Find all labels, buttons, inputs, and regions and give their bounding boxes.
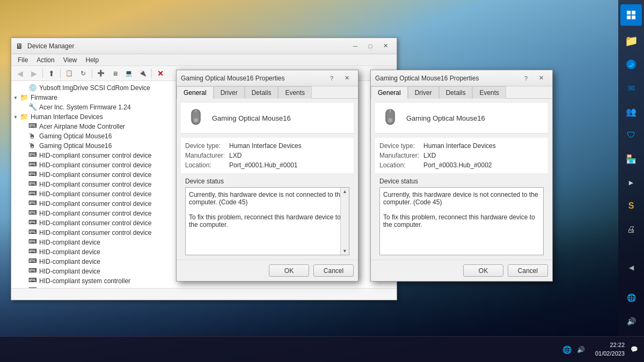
svg-point-0: [626, 60, 636, 69]
dialog-back-cancel[interactable]: Cancel: [508, 264, 548, 277]
menu-file[interactable]: File: [13, 55, 32, 65]
dialog-front-tab-general[interactable]: General: [177, 86, 214, 99]
windows-sidebar: 📁 ✉ 👥 🛡 🏪 ▶ S 🖨 ◀ 🌐 🔊: [618, 0, 644, 336]
dialog-back-title: Gaming Optical Mouse16 Properties: [375, 75, 519, 82]
start-button[interactable]: [620, 4, 642, 26]
taskbar: 🌐 🔊 22:22 01/02/2023 💬: [0, 336, 644, 362]
dialog-front-tab-events[interactable]: Events: [278, 86, 312, 99]
dialog-back-tab-general[interactable]: General: [371, 86, 408, 99]
toolbar-forward: ▶: [27, 68, 40, 79]
toolbar-sep1: [42, 69, 43, 78]
dialog-back-tab-details[interactable]: Details: [439, 86, 473, 99]
device-manager-close[interactable]: ✕: [378, 41, 392, 51]
device-manager-controls: ─ □ ✕: [348, 41, 392, 51]
toolbar-properties[interactable]: 📋: [63, 68, 76, 79]
dialog-front-buttons: OK Cancel: [177, 260, 358, 281]
hid-sys1-icon: ⌨: [28, 277, 37, 285]
device-manager-title: Device Manager: [27, 42, 348, 50]
dialog-back-device-header: Gaming Optical Mouse16: [375, 103, 548, 134]
dialog-back-titlebar[interactable]: Gaming Optical Mouse16 Properties ? ✕: [371, 70, 552, 86]
sidebar-icon-printer[interactable]: 🖨: [620, 219, 642, 240]
dialog-front-tab-details[interactable]: Details: [245, 86, 279, 99]
sidebar-icon-mail[interactable]: ✉: [620, 77, 642, 99]
dialog-front-info: Device type: Human Interface Devices Man…: [181, 138, 354, 173]
hid-consumer5-icon: ⌨: [28, 190, 37, 198]
taskbar-clock[interactable]: 22:22 01/02/2023: [595, 341, 625, 358]
dialog-back: Gaming Optical Mouse16 Properties ? ✕ Ge…: [370, 70, 553, 282]
menu-action[interactable]: Action: [32, 55, 58, 65]
device-manager-menubar: File Action View Help: [11, 54, 397, 66]
dialog-front-help[interactable]: ?: [325, 73, 339, 84]
hid-consumer3-icon: ⌨: [28, 171, 37, 179]
dialog-front-status-label: Device status: [185, 178, 349, 185]
toolbar-remove[interactable]: ✕: [154, 68, 167, 79]
sidebar-icon-terminal[interactable]: ▶: [620, 172, 642, 193]
toolbar-refresh[interactable]: ↻: [77, 68, 90, 79]
dialog-back-tabs: General Driver Details Events: [371, 86, 552, 99]
dialog-back-status-box: Currently, this hardware device is not c…: [379, 187, 544, 255]
taskbar-notification-icon[interactable]: 💬: [629, 344, 640, 355]
taskbar-system-icons: 🌐 🔊: [562, 344, 587, 355]
taskbar-right: 🌐 🔊 22:22 01/02/2023 💬: [562, 341, 640, 358]
toolbar-back: ◀: [13, 68, 26, 79]
dialog-back-device-name: Gaming Optical Mouse16: [406, 114, 485, 122]
device-manager-title-icon: 🖥: [16, 42, 24, 50]
dialog-back-tab-driver[interactable]: Driver: [408, 86, 439, 99]
hid-consumer8-icon: ⌨: [28, 219, 37, 227]
hid-dev4-icon: ⌨: [28, 267, 37, 276]
mouse1-icon: 🖱: [28, 132, 37, 141]
dialog-back-device-icon: [379, 107, 401, 129]
dialog-front-tab-driver[interactable]: Driver: [214, 86, 245, 99]
sidebar-icon-network[interactable]: 🌐: [620, 287, 642, 308]
sidebar-icon-teams[interactable]: 👥: [620, 101, 642, 122]
hid-consumer2-icon: ⌨: [28, 161, 37, 169]
dialog-front-titlebar[interactable]: Gaming Optical Mouse16 Properties ? ✕: [177, 70, 358, 86]
menu-view[interactable]: View: [59, 55, 82, 65]
dialog-back-content: Gaming Optical Mouse16 Device type: Huma…: [371, 99, 552, 260]
status-scroll-up[interactable]: ▲: [341, 188, 348, 195]
hid-dev3-icon: ⌨: [28, 257, 37, 266]
toolbar-new[interactable]: ➕: [94, 68, 107, 79]
toolbar-up[interactable]: ⬆: [45, 68, 58, 79]
hid-dev2-icon: ⌨: [28, 248, 37, 256]
menu-help[interactable]: Help: [82, 55, 104, 65]
dialog-back-minimize[interactable]: ?: [519, 73, 533, 84]
hid-consumer1-icon: ⌨: [28, 151, 37, 160]
status-scroll-down[interactable]: ▼: [341, 247, 348, 255]
svg-point-2: [388, 118, 392, 122]
dialog-front-device-name: Gaming Optical Mouse16: [212, 114, 291, 122]
device-manager-titlebar[interactable]: 🖥 Device Manager ─ □ ✕: [11, 38, 397, 54]
airplane-icon: ⌨: [28, 122, 37, 131]
sidebar-icon-defender[interactable]: 🛡: [620, 124, 642, 146]
mouse2-icon: 🖱: [28, 142, 37, 150]
dialog-front-content: Gaming Optical Mouse16 Device type: Huma…: [177, 99, 358, 260]
taskbar-time-display: 22:22: [595, 341, 625, 349]
dialog-front-ok[interactable]: OK: [269, 264, 309, 277]
taskbar-volume-icon[interactable]: 🔊: [576, 344, 587, 355]
hid-consumer6-icon: ⌨: [28, 200, 37, 208]
dialog-front-status-box[interactable]: Currently, this hardware device is not c…: [185, 187, 349, 255]
dialog-front-cancel[interactable]: Cancel: [313, 264, 354, 277]
dialog-back-ok[interactable]: OK: [463, 264, 503, 277]
firmware-acer-icon: 🔧: [28, 103, 37, 112]
dialog-front: Gaming Optical Mouse16 Properties ? ✕ Ge…: [176, 70, 358, 282]
toolbar-sep3: [92, 69, 92, 78]
device-manager-minimize[interactable]: ─: [348, 41, 362, 51]
toolbar-icon2[interactable]: 💻: [122, 68, 135, 79]
device-manager-maximize[interactable]: □: [363, 41, 377, 51]
sidebar-icon-folder[interactable]: 📁: [620, 30, 642, 51]
toolbar-icon1[interactable]: 🖥: [108, 68, 121, 79]
sidebar-icon-volume[interactable]: 🔊: [620, 311, 642, 332]
sidebar-collapse-button[interactable]: ◀: [620, 257, 642, 278]
toolbar-icon3[interactable]: 🔌: [136, 68, 149, 79]
sidebar-icon-sublime[interactable]: S: [620, 195, 642, 217]
dialog-front-close[interactable]: ✕: [340, 73, 354, 84]
sidebar-icon-edge[interactable]: [620, 54, 642, 75]
dialog-back-tab-events[interactable]: Events: [472, 86, 506, 99]
taskbar-network-icon[interactable]: 🌐: [562, 344, 573, 355]
hid-consumer9-icon: ⌨: [28, 228, 37, 237]
toolbar-sep2: [60, 69, 61, 78]
sidebar-icon-store[interactable]: 🏪: [620, 148, 642, 169]
dialog-back-close[interactable]: ✕: [534, 73, 548, 84]
taskbar-date-display: 01/02/2023: [595, 350, 625, 358]
